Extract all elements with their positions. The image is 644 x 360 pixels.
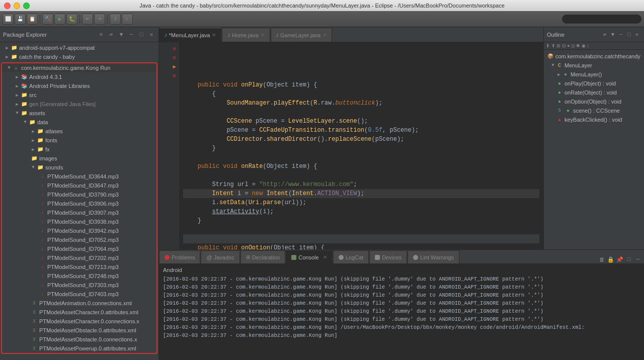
tab-gamelayer[interactable]: J GameLayer.java ✕ [271,28,333,42]
tree-item-catch[interactable]: ▶ 📁 catch the candy - baby [0,52,158,61]
tree-item-mp3-3907[interactable]: ♪ PTModelSound_ID3907.mp3 [2,208,156,217]
tree-label: PTModelSound_ID7213.mp3 [47,264,119,270]
tree-item-mp3-7303[interactable]: ♪ PTModelSound_ID7303.mp3 [2,281,156,290]
tab-home[interactable]: J Home.java ✕ [222,28,270,42]
outline-close-icon[interactable]: ✕ [633,31,641,39]
tree-label: PTModelSound_ID7403.mp3 [47,291,119,297]
collapse-all-icon[interactable]: ≡ [97,31,105,39]
minimize-console-icon[interactable]: ─ [634,255,642,263]
outline-package[interactable]: 📦 com.kermoulabzinc.catchthecandy [544,52,644,61]
tree-item-xml-char-conn[interactable]: X PTModelAssetCharacter.0.connections.x [2,317,156,326]
view-menu-icon[interactable]: ▼ [117,31,125,39]
tree-item-mp3-3647[interactable]: ♪ PTModelSound_ID3647.mp3 [2,181,156,190]
tab-menulayer[interactable]: J *MenuLayer.java ✕ [159,28,221,42]
back-button[interactable]: ← [82,14,93,25]
tree-item-mp3-7202[interactable]: ♪ PTModelSound_ID7202.mp3 [2,253,156,262]
tree-item-mp3-7248[interactable]: ♪ PTModelSound_ID7248.mp3 [2,272,156,281]
tree-item-fonts[interactable]: ▶ 📁 fonts [2,136,156,145]
tab-problems[interactable]: Problems [159,250,200,263]
lua-perspective[interactable]: L [122,14,133,25]
tab-close-icon[interactable]: ✕ [323,254,327,260]
outline-maximize-icon[interactable]: □ [625,31,633,39]
tree-item-mp3-7403[interactable]: ♪ PTModelSound_ID7403.mp3 [2,290,156,299]
tab-declaration[interactable]: ⊞ Declaration [240,250,286,263]
tree-item-android-private[interactable]: ▶ 📚 Android Private Libraries [2,81,156,91]
outline-minimize-icon[interactable]: ─ [617,31,625,39]
tab-javadoc[interactable]: @ Javadoc [201,250,239,263]
tree-item-gen[interactable]: ▶ 📁 gen [Generated Java Files] [2,100,156,109]
tree-label: PTModelSound_ID3790.mp3 [47,192,119,198]
tree-label: PTModelSound_ID7064.mp3 [47,246,119,252]
tree-item-fx[interactable]: ▶ 📁 fx [2,145,156,154]
tree-item-mp3-3906[interactable]: ♪ PTModelSound_ID3906.mp3 [2,199,156,208]
outline-method-scene[interactable]: S ● scene() : CCScene [544,106,644,115]
clear-console-icon[interactable]: 🗑 [598,255,606,263]
minimize-panel-icon[interactable]: ─ [127,31,135,39]
close-panel-icon[interactable]: ✕ [147,31,155,39]
forward-button[interactable]: → [94,14,105,25]
tree-item-atlases[interactable]: ▶ 📁 atlases [2,127,156,136]
tree-item-mp3-7064[interactable]: ♪ PTModelSound_ID7064.mp3 [2,244,156,253]
tree-item-src[interactable]: ▶ 📁 src [2,91,156,100]
tree-item-images[interactable]: 📁 images [2,154,156,163]
close-button[interactable] [4,3,11,9]
tree-item-kong-run[interactable]: ▼ ☕ com.kermoulabzinc.game.Kong Run [2,63,156,72]
tree-item-mp3-7213[interactable]: ♪ PTModelSound_ID7213.mp3 [2,262,156,272]
outline-class-menulayer[interactable]: ▼ C MenuLayer [544,61,644,70]
tree-item-mp3-3942[interactable]: ♪ PTModelSound_ID3942.mp3 [2,226,156,235]
tree-label: PTModelSound_ID3647.mp3 [47,183,119,189]
tree-item-mp3-3644[interactable]: ♪ PTModelSound_ID3644.mp3 [2,172,156,181]
debug-button[interactable]: 🐛 [66,14,77,25]
outline-method-onrate[interactable]: ● onRate(Object) : void [544,88,644,97]
mp3-icon: ♪ [38,236,46,244]
expand-icon: ▼ [6,65,12,71]
tree-item-xml-powerup[interactable]: X PTModelAssetPowerup.0.attributes.xml [2,344,156,353]
maximize-button[interactable] [23,3,30,9]
maximize-console-icon[interactable]: □ [625,255,633,263]
tree-item-xml-obstacle-attr[interactable]: X PTModelAssetObstacle.0.attributes.xml [2,326,156,335]
outline-constructor[interactable]: ▶ ● MenuLayer() [544,70,644,79]
outline-method-onplay[interactable]: ● onPlay(Object) : void [544,79,644,88]
tab-logcat[interactable]: LogCat [333,250,369,263]
tree-item-xml-char-attr[interactable]: X PTModelAssetCharacter.0.attributes.xml [2,308,156,317]
toolbar-search-input[interactable] [561,14,642,24]
maximize-panel-icon[interactable]: □ [137,31,145,39]
code-line: } [183,216,539,225]
outline-sync-icon[interactable]: ⇌ [601,31,609,39]
method-icon: ● [556,89,563,96]
tree-item-data[interactable]: ▼ 📁 data [2,118,156,127]
tab-devices[interactable]: Devices [369,250,407,263]
run-button[interactable]: ▶ [54,14,65,25]
pin-icon[interactable]: 📌 [616,255,624,263]
scroll-lock-icon[interactable]: 🔒 [607,255,615,263]
tab-close-icon[interactable]: ✕ [261,32,265,38]
tree-item-mp3-3790[interactable]: ♪ PTModelSound_ID3790.mp3 [2,190,156,199]
tab-close-icon[interactable]: ✕ [323,32,327,38]
code-editor[interactable]: public void onPlay(Object item) { { Soun… [179,42,543,249]
tree-item-android431[interactable]: ▶ 📚 Android 4.3.1 [2,72,156,81]
declaration-icon: ⊞ [246,254,250,260]
tab-lint[interactable]: Lint Warnings [408,250,459,263]
tree-item-mp3-7052[interactable]: ♪ PTModelSound_ID7052.mp3 [2,235,156,244]
tree-label: assets [29,110,45,116]
tab-close-icon[interactable]: ✕ [212,32,216,38]
save-button[interactable]: 💾 [15,14,26,25]
tree-item-xml-obstacle-conn[interactable]: X PTModelAssetObstacle.0.connections.x [2,335,156,344]
outline-method-keyback[interactable]: ▲ keyBackClicked() : void [544,115,644,124]
java-perspective[interactable]: J [110,14,121,25]
outline-menu-icon[interactable]: ▼ [609,31,617,39]
expand-icon: ▼ [30,164,36,170]
tree-item-android-support[interactable]: ▶ 📁 android-support-v7-appcompat [0,43,158,52]
tab-console[interactable]: Console ✕ [286,250,332,263]
tree-item-sounds[interactable]: ▼ 📁 sounds [2,163,156,172]
tree-item-xml-animation[interactable]: X PTModelAnimation.0.connections.xml [2,299,156,308]
tree-item-mp3-3938[interactable]: ♪ PTModelSound_ID3938.mp3 [2,217,156,226]
save-all-button[interactable]: 📋 [27,14,38,25]
new-button[interactable]: ⬜ [3,14,14,25]
link-editor-icon[interactable]: ⇌ [107,31,115,39]
minimize-button[interactable] [14,3,20,9]
build-button[interactable]: 🔨 [42,14,53,25]
outline-method-onoption[interactable]: ● onOption(Object) : void [544,97,644,106]
tree-item-assets[interactable]: ▼ 📁 assets [2,109,156,118]
editor-area[interactable]: ⊖ ⊖ ▶ [159,42,543,249]
